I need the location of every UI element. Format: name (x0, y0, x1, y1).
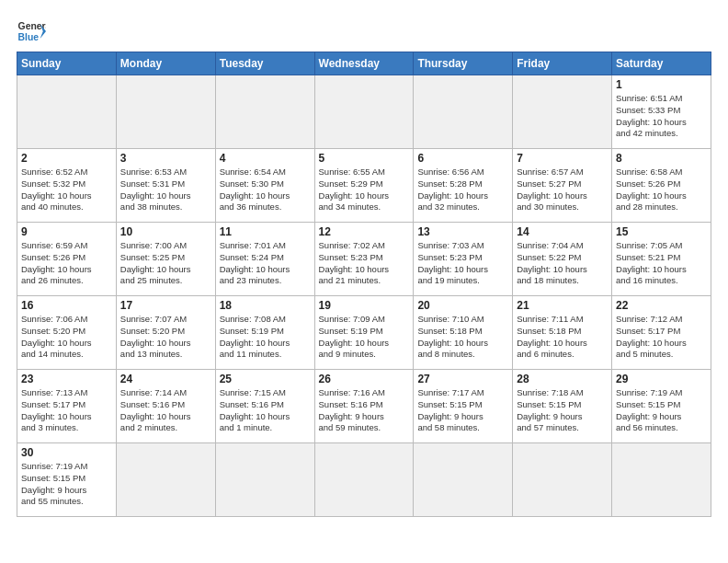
day-info: Sunrise: 7:12 AM Sunset: 5:17 PM Dayligh… (616, 314, 707, 361)
day-number: 9 (21, 225, 112, 238)
day-number: 6 (417, 152, 508, 165)
calendar-cell: 27Sunrise: 7:17 AM Sunset: 5:15 PM Dayli… (414, 370, 513, 443)
day-info: Sunrise: 6:55 AM Sunset: 5:29 PM Dayligh… (319, 167, 410, 213)
day-info: Sunrise: 7:04 AM Sunset: 5:22 PM Dayligh… (517, 240, 608, 287)
calendar-cell (513, 443, 612, 517)
day-info: Sunrise: 7:06 AM Sunset: 5:20 PM Dayligh… (21, 314, 112, 361)
calendar-week-1: 1Sunrise: 6:51 AM Sunset: 5:33 PM Daylig… (17, 75, 711, 149)
calendar-cell: 19Sunrise: 7:09 AM Sunset: 5:19 PM Dayli… (314, 296, 414, 370)
day-number: 16 (21, 299, 112, 312)
day-number: 25 (220, 373, 311, 385)
weekday-header-wednesday: Wednesday (314, 52, 414, 75)
day-number: 5 (319, 152, 410, 165)
calendar-cell: 30Sunrise: 7:19 AM Sunset: 5:15 PM Dayli… (17, 443, 117, 517)
day-number: 15 (616, 225, 707, 238)
day-number: 18 (220, 299, 311, 312)
day-number: 19 (319, 299, 410, 312)
calendar-cell (116, 443, 215, 517)
day-info: Sunrise: 7:09 AM Sunset: 5:19 PM Dayligh… (319, 314, 410, 361)
day-number: 30 (21, 446, 112, 459)
day-info: Sunrise: 6:56 AM Sunset: 5:28 PM Dayligh… (417, 167, 508, 213)
day-info: Sunrise: 7:19 AM Sunset: 5:15 PM Dayligh… (616, 387, 707, 434)
calendar-cell: 21Sunrise: 7:11 AM Sunset: 5:18 PM Dayli… (513, 296, 612, 370)
calendar-cell: 16Sunrise: 7:06 AM Sunset: 5:20 PM Dayli… (17, 296, 117, 370)
day-info: Sunrise: 6:58 AM Sunset: 5:26 PM Dayligh… (616, 167, 707, 213)
calendar-cell: 25Sunrise: 7:15 AM Sunset: 5:16 PM Dayli… (215, 370, 314, 443)
day-info: Sunrise: 7:15 AM Sunset: 5:16 PM Dayligh… (220, 387, 311, 434)
day-info: Sunrise: 7:14 AM Sunset: 5:16 PM Dayligh… (120, 387, 211, 434)
day-info: Sunrise: 6:54 AM Sunset: 5:30 PM Dayligh… (220, 167, 311, 213)
day-info: Sunrise: 6:51 AM Sunset: 5:33 PM Dayligh… (616, 93, 707, 140)
calendar-cell: 14Sunrise: 7:04 AM Sunset: 5:22 PM Dayli… (513, 223, 612, 296)
calendar-cell: 4Sunrise: 6:54 AM Sunset: 5:30 PM Daylig… (215, 149, 314, 223)
day-info: Sunrise: 7:19 AM Sunset: 5:15 PM Dayligh… (21, 461, 112, 508)
weekday-header-friday: Friday (513, 52, 612, 75)
day-number: 8 (616, 152, 707, 165)
calendar-cell: 20Sunrise: 7:10 AM Sunset: 5:18 PM Dayli… (414, 296, 513, 370)
day-number: 23 (21, 373, 112, 385)
day-info: Sunrise: 7:16 AM Sunset: 5:16 PM Dayligh… (319, 387, 410, 434)
calendar-cell: 15Sunrise: 7:05 AM Sunset: 5:21 PM Dayli… (612, 223, 711, 296)
calendar-cell: 29Sunrise: 7:19 AM Sunset: 5:15 PM Dayli… (612, 370, 711, 443)
day-number: 20 (417, 299, 508, 312)
calendar-week-6: 30Sunrise: 7:19 AM Sunset: 5:15 PM Dayli… (17, 443, 711, 517)
day-number: 11 (220, 225, 311, 238)
day-number: 22 (616, 299, 707, 312)
calendar-cell: 18Sunrise: 7:08 AM Sunset: 5:19 PM Dayli… (215, 296, 314, 370)
day-number: 10 (120, 225, 211, 238)
calendar-cell: 12Sunrise: 7:02 AM Sunset: 5:23 PM Dayli… (314, 223, 414, 296)
calendar-cell: 6Sunrise: 6:56 AM Sunset: 5:28 PM Daylig… (414, 149, 513, 223)
calendar-week-3: 9Sunrise: 6:59 AM Sunset: 5:26 PM Daylig… (17, 223, 711, 296)
day-info: Sunrise: 7:07 AM Sunset: 5:20 PM Dayligh… (120, 314, 211, 361)
calendar-cell (513, 75, 612, 149)
weekday-header-row: SundayMondayTuesdayWednesdayThursdayFrid… (17, 52, 711, 75)
calendar-cell: 8Sunrise: 6:58 AM Sunset: 5:26 PM Daylig… (612, 149, 711, 223)
day-info: Sunrise: 6:57 AM Sunset: 5:27 PM Dayligh… (517, 167, 608, 213)
day-info: Sunrise: 7:01 AM Sunset: 5:24 PM Dayligh… (220, 240, 311, 287)
page: General Blue SundayMondayTuesdayWednesda… (0, 0, 728, 526)
day-info: Sunrise: 7:03 AM Sunset: 5:23 PM Dayligh… (417, 240, 508, 287)
day-info: Sunrise: 7:17 AM Sunset: 5:15 PM Dayligh… (417, 387, 508, 434)
day-info: Sunrise: 6:52 AM Sunset: 5:32 PM Dayligh… (21, 167, 112, 213)
day-info: Sunrise: 6:53 AM Sunset: 5:31 PM Dayligh… (120, 167, 211, 213)
header: General Blue (17, 17, 711, 46)
calendar-cell (612, 443, 711, 517)
weekday-header-tuesday: Tuesday (215, 52, 314, 75)
weekday-header-sunday: Sunday (17, 52, 117, 75)
logo: General Blue (17, 17, 46, 46)
day-info: Sunrise: 7:05 AM Sunset: 5:21 PM Dayligh… (616, 240, 707, 287)
day-number: 3 (120, 152, 211, 165)
day-number: 12 (319, 225, 410, 238)
logo-icon: General Blue (17, 17, 46, 46)
calendar-cell: 17Sunrise: 7:07 AM Sunset: 5:20 PM Dayli… (116, 296, 215, 370)
calendar-cell (215, 443, 314, 517)
day-number: 24 (120, 373, 211, 385)
day-number: 26 (319, 373, 410, 385)
day-number: 4 (220, 152, 311, 165)
calendar-cell: 5Sunrise: 6:55 AM Sunset: 5:29 PM Daylig… (314, 149, 414, 223)
calendar-cell: 22Sunrise: 7:12 AM Sunset: 5:17 PM Dayli… (612, 296, 711, 370)
day-number: 1 (616, 78, 707, 91)
calendar-cell (314, 443, 414, 517)
calendar-cell: 26Sunrise: 7:16 AM Sunset: 5:16 PM Dayli… (314, 370, 414, 443)
day-number: 14 (517, 225, 608, 238)
day-info: Sunrise: 7:13 AM Sunset: 5:17 PM Dayligh… (21, 387, 112, 434)
weekday-header-monday: Monday (116, 52, 215, 75)
day-info: Sunrise: 7:08 AM Sunset: 5:19 PM Dayligh… (220, 314, 311, 361)
calendar-cell: 2Sunrise: 6:52 AM Sunset: 5:32 PM Daylig… (17, 149, 117, 223)
calendar-cell: 11Sunrise: 7:01 AM Sunset: 5:24 PM Dayli… (215, 223, 314, 296)
calendar-cell: 24Sunrise: 7:14 AM Sunset: 5:16 PM Dayli… (116, 370, 215, 443)
calendar-cell (414, 443, 513, 517)
day-info: Sunrise: 7:02 AM Sunset: 5:23 PM Dayligh… (319, 240, 410, 287)
calendar-cell: 1Sunrise: 6:51 AM Sunset: 5:33 PM Daylig… (612, 75, 711, 149)
calendar-cell (116, 75, 215, 149)
svg-text:Blue: Blue (18, 32, 40, 42)
day-number: 7 (517, 152, 608, 165)
day-number: 28 (517, 373, 608, 385)
calendar: SundayMondayTuesdayWednesdayThursdayFrid… (17, 52, 711, 517)
day-number: 13 (417, 225, 508, 238)
calendar-cell (215, 75, 314, 149)
day-info: Sunrise: 7:18 AM Sunset: 5:15 PM Dayligh… (517, 387, 608, 434)
calendar-cell (414, 75, 513, 149)
calendar-cell: 7Sunrise: 6:57 AM Sunset: 5:27 PM Daylig… (513, 149, 612, 223)
